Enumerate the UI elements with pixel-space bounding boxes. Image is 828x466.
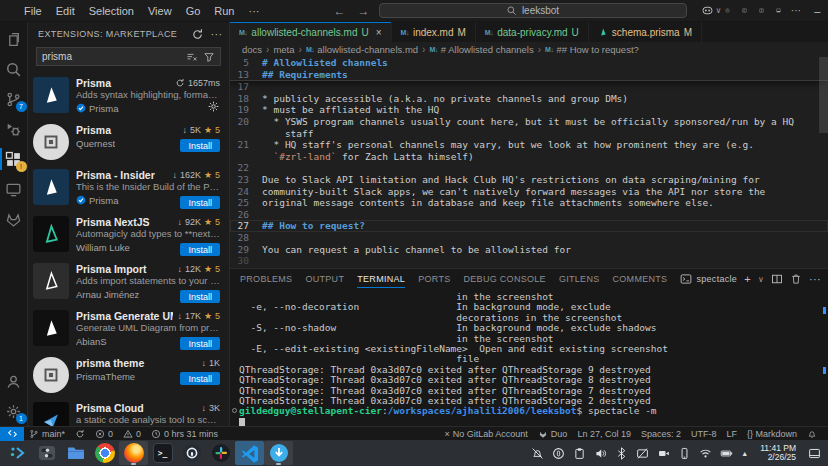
extension-item[interactable]: Prisma - Insider↓162K★5This is the Insid… [28, 164, 229, 211]
extension-item[interactable]: Prisma NextJS↓92K★5Automagicly add types… [28, 211, 229, 258]
activity-item-explorer[interactable] [0, 24, 28, 54]
breadcrumb-item[interactable]: M↓## How to request? [545, 44, 639, 55]
more-actions-icon[interactable]: ··· [789, 4, 802, 17]
status-branch[interactable]: main* [24, 429, 70, 439]
extension-item[interactable]: Prisma↓5K★5QuernestInstall [28, 119, 229, 164]
panel-tab-output[interactable]: OUTPUT [305, 269, 344, 289]
terminal-dropdown-icon[interactable]: ∨ [758, 275, 764, 284]
menu-go[interactable]: Go [179, 5, 208, 17]
close-tab-icon[interactable]: × [376, 27, 382, 38]
install-button[interactable]: Install [180, 337, 220, 350]
panel-tab-ports[interactable]: PORTS [418, 269, 450, 289]
cast-off-icon[interactable] [636, 447, 649, 460]
tab-allowlisted-channels-md[interactable]: M↓allowlisted-channels.mdU× [230, 22, 392, 42]
activity-item-remote-explorer[interactable] [0, 174, 28, 204]
taskbar-discover[interactable] [264, 441, 293, 465]
install-button[interactable]: Install [180, 243, 220, 256]
status-gitlab-account[interactable]: ×No GitLab Account [440, 429, 533, 439]
extensions-search-input[interactable]: prisma [36, 47, 221, 66]
filter-icon[interactable] [203, 51, 215, 63]
clipboard-icon[interactable] [573, 447, 586, 460]
split-terminal-icon[interactable] [771, 273, 783, 285]
taskbar-clock[interactable]: 11:41 PM2/26/25 [760, 444, 796, 462]
menu-view[interactable]: View [141, 5, 179, 17]
phone-icon[interactable] [678, 447, 691, 460]
breadcrumb-item[interactable]: M↓# Allowlisted channels [429, 44, 533, 55]
status-sync[interactable] [70, 429, 90, 439]
command-center-search[interactable]: leeksbot [379, 3, 687, 18]
extension-item[interactable]: prisma theme↓1KPrismaThemeInstall [28, 352, 229, 397]
wifi-icon[interactable] [699, 447, 712, 460]
status-gitlab-duo[interactable]: Duo [533, 429, 573, 439]
menu-run[interactable]: Run [207, 5, 241, 17]
panel-tab-problems[interactable]: PROBLEMS [240, 269, 292, 289]
extension-item[interactable]: Prisma1657msAdds syntax highlighting, fo… [28, 72, 229, 119]
screen-record-icon[interactable] [657, 447, 670, 460]
kill-terminal-icon[interactable] [790, 273, 802, 285]
activity-item-gitlab-workflow[interactable] [0, 204, 28, 234]
activity-item-accounts[interactable] [0, 366, 28, 396]
breadcrumb-item[interactable]: M↓allowlisted-channels.md [306, 44, 418, 55]
status-language-mode[interactable]: {} Markdown [742, 429, 802, 439]
menu-edit[interactable]: Edit [49, 5, 82, 17]
panel-tab-terminal[interactable]: TERMINAL [357, 269, 405, 289]
activity-item-run-and-debug[interactable] [0, 114, 28, 144]
extension-item[interactable]: Prisma Import↓12K★5Adds import statement… [28, 258, 229, 305]
activity-item-search[interactable] [0, 54, 28, 84]
status-cursor-position[interactable]: Ln 27, Col 19 [572, 429, 636, 439]
status-remote-indicator[interactable] [0, 427, 24, 441]
status-encoding[interactable]: UTF-8 [686, 429, 722, 439]
status-time-tracker[interactable]: 0 hrs 31 mins [146, 429, 223, 439]
bluetooth-icon[interactable] [615, 447, 628, 460]
activity-item-extensions[interactable]: ! [0, 144, 28, 174]
menu-file[interactable]: File [17, 5, 49, 17]
tab-schema-prisma[interactable]: schema.prismaM [589, 22, 702, 42]
tray-expand-icon[interactable]: ▲ [741, 450, 748, 457]
status-eol[interactable]: LF [721, 429, 742, 439]
taskbar-firefox[interactable] [119, 441, 148, 465]
taskbar-slack[interactable] [206, 441, 235, 465]
status-indentation[interactable]: Spaces: 2 [636, 429, 686, 439]
views-more-icon[interactable]: ··· [210, 28, 223, 41]
extension-item[interactable]: Prisma Cloud↓3Ka static code analysis to… [28, 397, 229, 426]
panel-more-icon[interactable]: ··· [809, 273, 821, 285]
panel-tab-debug-console[interactable]: DEBUG CONSOLE [463, 269, 545, 289]
new-terminal-button[interactable]: + [744, 273, 751, 285]
breadcrumb-item[interactable]: meta [273, 44, 294, 55]
show-desktop-icon[interactable] [808, 447, 821, 460]
status-errors[interactable]: 0 [90, 429, 118, 439]
taskbar-chrome[interactable] [90, 441, 119, 465]
taskbar-vscode[interactable] [235, 441, 264, 465]
copilot-menu[interactable]: ∨ [701, 4, 722, 17]
tab-index-md[interactable]: M↓index.mdM [392, 22, 476, 42]
toggle-panel-icon[interactable] [772, 4, 785, 17]
menu-moremoremore[interactable]: ··· [242, 5, 267, 17]
terminal-instance[interactable]: spectacle [680, 273, 737, 285]
nav-forward-button[interactable]: → [355, 4, 373, 18]
tab-data-privacy-md[interactable]: M↓data-privacy.mdU [476, 22, 589, 42]
notifications-muted-icon[interactable] [531, 447, 544, 460]
taskbar-terminal-app[interactable]: >_ [148, 441, 177, 465]
customize-layout-icon[interactable] [738, 4, 751, 17]
install-button[interactable]: Install [180, 139, 220, 152]
extension-item[interactable]: Prisma Generate UML↓17K★5Generate UML Di… [28, 305, 229, 352]
status-notifications[interactable] [802, 429, 822, 439]
1password-tray-icon[interactable] [552, 447, 565, 460]
menu-selection[interactable]: Selection [82, 5, 141, 17]
clear-search-icon[interactable] [186, 51, 198, 63]
battery-icon[interactable] [720, 447, 733, 460]
taskbar-1password[interactable] [177, 441, 206, 465]
install-button[interactable]: Install [180, 196, 220, 209]
panel-tab-gitlens[interactable]: GITLENS [559, 269, 600, 289]
activity-item-source-control[interactable]: 7 [0, 84, 28, 114]
nav-back-button[interactable]: ← [331, 4, 349, 18]
terminal[interactable]: in the screenshot -e, --no-decoration In… [230, 289, 828, 426]
split-editor-icon[interactable] [755, 4, 768, 17]
taskbar-app-launcher[interactable] [3, 441, 32, 465]
breadcrumb-item[interactable]: docs [242, 44, 262, 55]
activity-item-manage[interactable]: 1 [0, 396, 28, 426]
taskbar-system-settings[interactable] [32, 441, 61, 465]
install-button[interactable]: Install [180, 290, 220, 303]
taskbar-file-manager[interactable] [61, 441, 90, 465]
editor-scrollbar[interactable] [819, 57, 828, 133]
